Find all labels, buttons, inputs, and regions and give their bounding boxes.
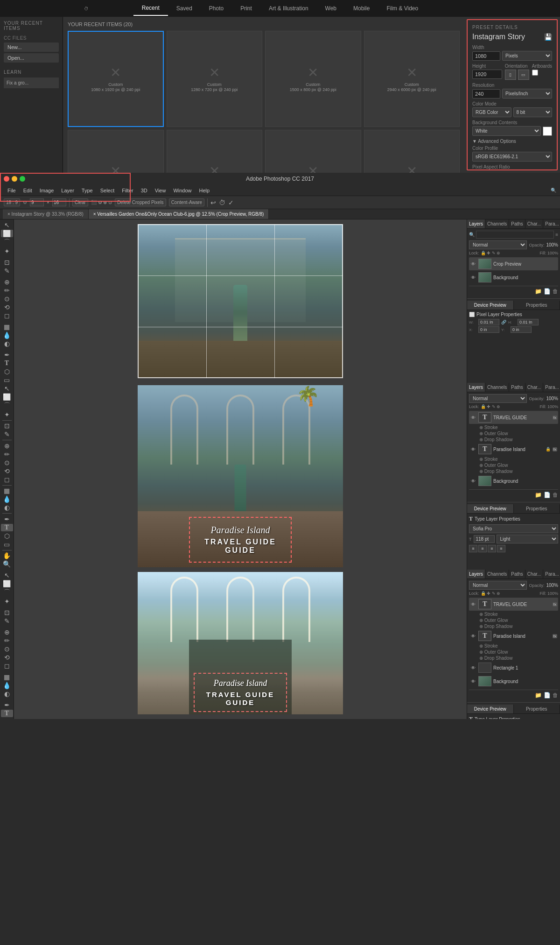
brush-tool[interactable]: ✏ (1, 287, 13, 294)
move-tool-2[interactable]: ↖ (1, 385, 13, 392)
width-ratio-input[interactable] (30, 198, 44, 206)
align-right-2[interactable]: ≡ (488, 545, 496, 552)
blend-select-3[interactable]: Normal (469, 581, 527, 590)
lasso-tool[interactable]: ⌒ (1, 238, 13, 247)
history-brush[interactable]: ⟲ (1, 303, 13, 311)
menu-type[interactable]: Type (78, 186, 97, 195)
delete-layer-icon[interactable]: 🗑 (553, 288, 558, 295)
blur-tool[interactable]: 💧 (1, 331, 13, 339)
close-window-btn[interactable] (4, 176, 9, 182)
para-tab-3[interactable]: Para... (543, 570, 560, 578)
hand-2[interactable]: ✋ (1, 552, 13, 559)
search-icon[interactable]: 🔍 (551, 188, 556, 193)
layer-eye-crop[interactable]: 👁 (470, 261, 476, 267)
tab-print[interactable]: Print (232, 1, 260, 15)
open-button[interactable]: Open... (4, 53, 59, 63)
menu-file[interactable]: File (4, 186, 20, 195)
props-tab-3[interactable]: Properties (514, 705, 560, 713)
layer-bg-2[interactable]: 👁 Background (469, 474, 558, 487)
landscape-btn[interactable]: ▭ (518, 70, 529, 80)
eraser-2[interactable]: ◻ (1, 476, 13, 483)
gradient-tool[interactable]: ▦ (1, 323, 13, 331)
brush-3[interactable]: ✏ (1, 637, 13, 644)
crop-3[interactable]: ⊡ (1, 609, 13, 616)
menu-filter[interactable]: Filter (118, 186, 137, 195)
move-tool[interactable]: ↖ (1, 221, 13, 229)
menu-select[interactable]: Select (97, 186, 119, 195)
h-input-1[interactable] (518, 319, 539, 325)
x-input-1[interactable] (478, 326, 499, 333)
pen-tool[interactable]: ✒ (1, 351, 13, 359)
redo-icon[interactable]: ⏱ (219, 199, 225, 206)
eye-rect1[interactable]: 👁 (470, 664, 476, 671)
w-input-1[interactable] (478, 319, 499, 325)
save-preset-icon[interactable]: 💾 (544, 33, 552, 41)
eye-bg2[interactable]: 👁 (470, 478, 476, 484)
move-3[interactable]: ↖ (1, 571, 13, 579)
eyedropper-2[interactable]: ✎ (1, 430, 13, 438)
layer-travel-guide-3[interactable]: 👁 T TRAVEL GUIDE fx (469, 598, 558, 611)
channels-tab-2[interactable]: Channels (485, 383, 509, 392)
width-input[interactable] (472, 51, 500, 61)
wand-3[interactable]: ✦ (1, 598, 13, 605)
channels-tab-1[interactable]: Channels (485, 219, 509, 228)
tab-photo[interactable]: Photo (201, 1, 232, 15)
tab-film[interactable]: Film & Video (378, 1, 427, 15)
magic-wand-2[interactable]: ✦ (1, 411, 13, 418)
artboards-check-input[interactable] (532, 70, 538, 76)
resolution-unit-select[interactable]: Pixels/Inch (502, 89, 552, 99)
tab-saved[interactable]: Saved (168, 1, 201, 15)
recent-item-1[interactable]: ✕ Custom 1280 x 720 px @ 240 ppi (167, 31, 263, 127)
crop-tool[interactable]: ⊡ (1, 259, 13, 266)
delete-layer-icon-3[interactable]: 🗑 (553, 692, 558, 698)
history-3[interactable]: ⟲ (1, 654, 13, 661)
bg-color-swatch[interactable] (543, 127, 552, 136)
new-layer-icon[interactable]: 📄 (544, 288, 551, 295)
layers-tab-1[interactable]: Layers (467, 219, 485, 228)
zoom-2[interactable]: 🔍 (1, 560, 13, 568)
new-group-icon[interactable]: 📁 (535, 288, 542, 295)
new-group-icon-3[interactable]: 📁 (535, 692, 542, 698)
menu-3d[interactable]: 3D (137, 186, 151, 195)
layers-tab-3[interactable]: Layers (467, 570, 485, 578)
maximize-window-btn[interactable] (20, 176, 25, 182)
new-group-icon-2[interactable]: 📁 (535, 492, 542, 498)
layer-rect1[interactable]: 👁 Rectangle 1 (469, 661, 558, 674)
recent-item-2[interactable]: ✕ Custom 1500 x 800 px @ 240 ppi (265, 31, 361, 127)
tab-art[interactable]: Art & Illustration (260, 1, 317, 15)
advanced-options-toggle[interactable]: ▼ Advanced Options (472, 139, 552, 144)
char-tab-2[interactable]: Char... (525, 383, 543, 392)
dp-tab-2[interactable]: Device Preview (467, 504, 514, 513)
marquee-3[interactable]: ⬜ (1, 580, 13, 587)
blur-3[interactable]: 💧 (1, 682, 13, 689)
y-input-1[interactable] (511, 326, 532, 333)
history-brush-2[interactable]: ⟲ (1, 467, 13, 475)
blur-2[interactable]: 💧 (1, 495, 13, 503)
font-weight-select-2[interactable]: Light (497, 535, 559, 543)
path-2[interactable]: ⬡ (1, 532, 13, 540)
crop-tool-2[interactable]: ⊡ (1, 422, 13, 430)
new-button[interactable]: New... (4, 42, 59, 52)
pen-2[interactable]: ✒ (1, 515, 13, 523)
learn-panel[interactable]: Fix a gro... (4, 78, 59, 88)
eyedropper-tool[interactable]: ✎ (1, 267, 13, 275)
artboards-checkbox[interactable] (532, 70, 552, 76)
blend-mode-select-1[interactable]: Normal (469, 240, 527, 249)
type-tool[interactable]: T (1, 360, 13, 367)
menu-help[interactable]: Help (196, 186, 214, 195)
recent-item-5[interactable]: ✕ Custom 1920 x 1080 px @ 240 ppi (167, 130, 263, 173)
dodge-tool[interactable]: ◐ (1, 340, 13, 347)
clone-2[interactable]: ⊙ (1, 459, 13, 466)
recent-item-4[interactable]: ✕ Custom 976 x 3642 px @ 240 ppi (68, 130, 164, 173)
layer-paradise-island-1[interactable]: 👁 T Paradise Island 🔒 fx (469, 443, 558, 456)
props-tab-2[interactable]: Properties (514, 504, 560, 513)
resolution-input[interactable] (472, 89, 500, 99)
recent-item-6[interactable]: ✕ Custom 3546 x 5750 px @ 240 ppi (265, 130, 361, 173)
dodge-3[interactable]: ◐ (1, 690, 13, 698)
layers-tab-2[interactable]: Layers (467, 383, 485, 392)
height-input[interactable] (472, 70, 502, 79)
device-preview-tab-1[interactable]: Device Preview (467, 301, 514, 310)
tab-recent[interactable]: Recent (133, 1, 168, 16)
character-tab-1[interactable]: Char... (525, 219, 543, 228)
align-left-2[interactable]: ≡ (469, 545, 477, 552)
